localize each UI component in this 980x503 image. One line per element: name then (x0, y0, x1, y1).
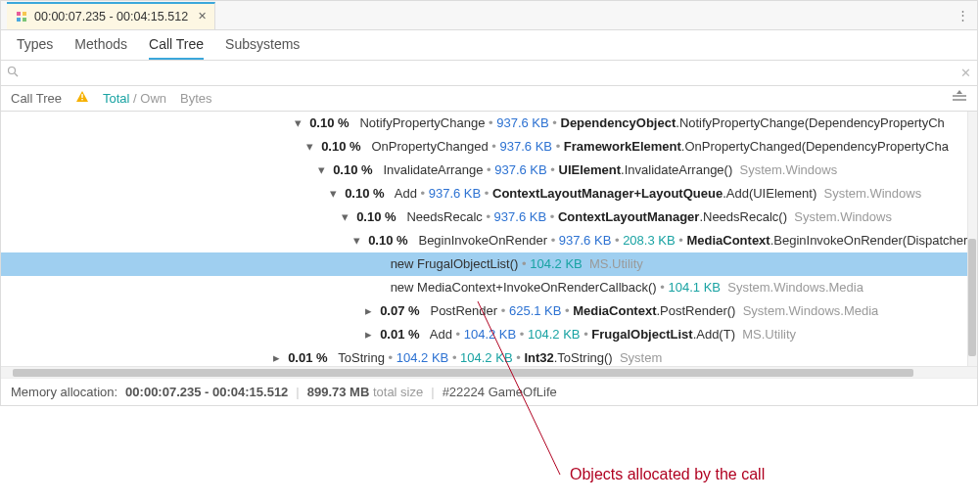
own-bytes: 104.2 KB (530, 256, 583, 271)
tree-row[interactable]: ▾ 0.10 % BeginInvokeOnRender • 937.6 KB … (1, 229, 977, 252)
percent-value: 0.01 % (379, 323, 420, 346)
expand-caret-icon[interactable]: ▾ (295, 112, 304, 135)
total-bytes: 625.1 KB (509, 303, 562, 318)
signature: FrugalObjectList.Add(T) (591, 327, 735, 342)
namespace: MS.Utility (589, 256, 643, 271)
vertical-scrollbar[interactable] (967, 112, 977, 366)
search-input[interactable] (23, 65, 960, 81)
configure-columns-icon[interactable] (952, 90, 967, 107)
namespace: System.Windows (823, 186, 921, 201)
svg-rect-1 (23, 12, 26, 16)
method-name: BeginInvokeOnRender (418, 233, 547, 248)
namespace: System.Windows (794, 209, 892, 224)
tree-row[interactable]: new FrugalObjectList() • 104.2 KB MS.Uti… (1, 252, 977, 276)
tree-row[interactable]: ▾ 0.10 % NeedsRecalc • 937.6 KB • Contex… (1, 206, 977, 229)
signature: ContextLayoutManager.NeedsRecalc() (558, 209, 787, 224)
kebab-menu-icon[interactable]: ⋮ (957, 8, 969, 23)
clear-search-icon[interactable]: ✕ (960, 66, 971, 80)
tree-row[interactable]: ▾ 0.10 % InvalidateArrange • 937.6 KB • … (1, 159, 977, 182)
svg-rect-7 (81, 94, 82, 98)
namespace: System.Windows.Media (743, 303, 879, 318)
column-bytes[interactable]: Bytes (180, 91, 212, 106)
warning-icon[interactable] (75, 90, 89, 107)
call-tree[interactable]: ▾ 0.10 % NotifyPropertyChange • 937.6 KB… (1, 112, 977, 366)
document-tabstrip: 00:00:07.235 - 00:04:15.512 ✕ ⋮ (1, 1, 977, 30)
total-bytes: 937.6 KB (500, 139, 553, 154)
own-bytes: 208.3 KB (623, 233, 676, 248)
percent-value: 0.01 % (287, 346, 328, 366)
percent-value: 0.07 % (379, 299, 420, 323)
total-bytes: 937.6 KB (494, 162, 547, 177)
tree-row[interactable]: new MediaContext+InvokeOnRenderCallback(… (1, 276, 977, 299)
close-icon[interactable]: ✕ (198, 10, 207, 23)
expand-caret-icon[interactable]: ▾ (330, 182, 340, 206)
svg-rect-8 (81, 99, 82, 100)
document-tab-title: 00:00:07.235 - 00:04:15.512 (34, 10, 188, 23)
status-process: #22224 GameOfLife (443, 385, 557, 399)
signature: ContextLayoutManager+LayoutQueue.Add(UIE… (492, 186, 817, 201)
svg-line-5 (15, 73, 18, 76)
tab-subsystems[interactable]: Subsystems (225, 36, 300, 60)
expand-caret-icon[interactable]: ▸ (273, 346, 283, 366)
method-name: NeedsRecalc (406, 209, 482, 224)
namespace: MS.Utility (742, 327, 796, 342)
signature: UIElement.InvalidateArrange() (559, 162, 733, 177)
namespace: System.Windows.Media (727, 280, 863, 295)
method-name: ToString (338, 350, 385, 365)
mode-toggle[interactable]: Total / Own (103, 91, 166, 106)
expand-caret-icon[interactable]: ▾ (306, 135, 316, 159)
namespace: System.Windows (739, 162, 837, 177)
tree-row[interactable]: ▸ 0.01 % ToString • 104.2 KB • 104.2 KB … (1, 346, 977, 366)
view-tabs: Types Methods Call Tree Subsystems (1, 30, 977, 61)
signature: MediaContext.PostRender() (573, 303, 735, 318)
status-range: 00:00:07.235 - 00:04:15.512 (125, 385, 288, 399)
tab-calltree[interactable]: Call Tree (149, 36, 204, 60)
svg-point-4 (9, 68, 16, 74)
status-size: 899.73 MB total size (307, 385, 424, 399)
total-bytes: 937.6 KB (496, 115, 549, 130)
status-label: Memory allocation: (11, 385, 117, 399)
svg-marker-11 (957, 90, 962, 94)
signature: MediaContext.BeginInvokeOnRender(Dispatc… (686, 233, 971, 248)
percent-value: 0.10 % (308, 112, 350, 135)
method-name: new MediaContext+InvokeOnRenderCallback(… (391, 280, 657, 295)
tree-row[interactable]: ▾ 0.10 % Add • 937.6 KB • ContextLayoutM… (1, 182, 977, 206)
total-bytes: 104.2 KB (464, 327, 517, 342)
vertical-scrollbar-thumb[interactable] (968, 239, 976, 356)
column-calltree[interactable]: Call Tree (11, 91, 62, 106)
namespace: System (620, 350, 662, 365)
annotation-label: Objects allocated by the call (570, 466, 765, 483)
total-bytes: 937.6 KB (559, 233, 612, 248)
method-name: InvalidateArrange (383, 162, 483, 177)
total-bytes: 937.6 KB (429, 186, 482, 201)
signature: FrameworkElement.OnPropertyChanged(Depen… (564, 139, 949, 154)
expand-caret-icon[interactable]: ▾ (318, 159, 328, 182)
total-bytes: 937.6 KB (494, 209, 547, 224)
expand-caret-icon[interactable]: ▸ (365, 323, 375, 346)
tab-types[interactable]: Types (17, 36, 53, 60)
search-icon (7, 66, 19, 80)
svg-rect-3 (23, 18, 26, 22)
search-bar: ✕ (1, 61, 977, 86)
method-name: PostRender (430, 303, 497, 318)
status-bar: Memory allocation: 00:00:07.235 - 00:04:… (1, 378, 977, 405)
method-name: Add (430, 327, 452, 342)
tree-row[interactable]: ▾ 0.10 % OnPropertyChanged • 937.6 KB • … (1, 135, 977, 159)
own-bytes: 104.2 KB (460, 350, 513, 365)
document-tab[interactable]: 00:00:07.235 - 00:04:15.512 ✕ (7, 2, 215, 29)
method-name: NotifyPropertyChange (359, 115, 485, 130)
svg-rect-2 (17, 18, 21, 22)
tab-methods[interactable]: Methods (74, 36, 127, 60)
horizontal-scrollbar[interactable] (1, 366, 977, 378)
tree-row[interactable]: ▸ 0.07 % PostRender • 625.1 KB • MediaCo… (1, 299, 977, 323)
signature: DependencyObject.NotifyPropertyChange(De… (561, 115, 945, 130)
expand-caret-icon[interactable]: ▾ (353, 229, 363, 252)
percent-value: 0.10 % (332, 159, 373, 182)
tree-row[interactable]: ▸ 0.01 % Add • 104.2 KB • 104.2 KB • Fru… (1, 323, 977, 346)
expand-caret-icon[interactable]: ▸ (365, 299, 375, 323)
snapshot-icon (15, 10, 28, 23)
expand-caret-icon[interactable]: ▾ (342, 206, 351, 229)
tree-row[interactable]: ▾ 0.10 % NotifyPropertyChange • 937.6 KB… (1, 112, 977, 135)
horizontal-scrollbar-thumb[interactable] (13, 369, 913, 377)
percent-value: 0.10 % (344, 182, 385, 206)
